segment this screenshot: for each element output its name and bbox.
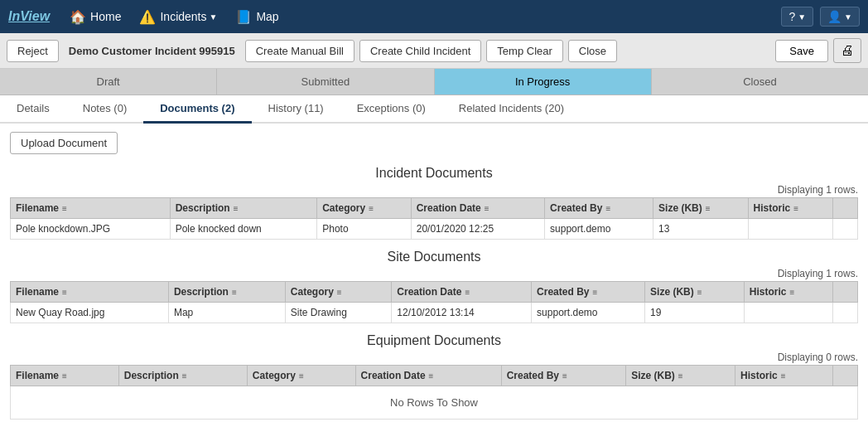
tab-exceptions[interactable]: Exceptions (0) [340,95,442,124]
equipment-documents-section: Equipment Documents Displaying 0 rows. F… [10,333,858,420]
nav-right: ? ▼ 👤 ▼ [781,7,860,27]
sort-icon-desc-2: ≡ [232,288,237,297]
equipment-documents-table: Filename≡ Description≡ Category≡ Creatio… [10,365,858,420]
home-icon: 🏠 [70,9,86,25]
help-dropdown-icon: ▼ [798,12,806,22]
cell-creation-date: 20/01/2020 12:25 [411,219,544,240]
col-actions-1 [833,198,858,219]
sort-icon-cat-1: ≡ [369,204,374,213]
cell-description: Map [168,303,285,323]
cell-filename: New Quay Road.jpg [11,303,169,323]
nav-incidents-label: Incidents [160,10,206,23]
col-description-3[interactable]: Description≡ [118,366,247,386]
incident-documents-table: Filename≡ Description≡ Category≡ Creatio… [10,197,858,240]
sort-icon-desc-3: ≡ [182,371,187,381]
col-category-3[interactable]: Category≡ [247,366,355,386]
cell-category: Photo [317,219,412,240]
sort-icon-desc-1: ≡ [234,204,239,213]
col-filename-3[interactable]: Filename≡ [11,366,119,386]
sort-icon-historic-1: ≡ [793,204,798,213]
nav-incidents[interactable]: ⚠️ Incidents ▼ [133,6,224,28]
sort-icon-historic-2: ≡ [790,288,795,297]
sort-icon-size-2: ≡ [697,288,702,297]
col-actions-2 [833,282,858,303]
table-row: New Quay Road.jpg Map Site Drawing 12/10… [11,303,858,323]
col-historic-1[interactable]: Historic≡ [748,198,832,219]
sort-icon-date-3: ≡ [429,371,434,381]
col-size-3[interactable]: Size (KB)≡ [626,366,735,386]
status-tab-submitted[interactable]: Submitted [217,69,434,95]
tab-notes[interactable]: Notes (0) [66,95,143,124]
user-button[interactable]: 👤 ▼ [820,7,860,27]
col-filename-2[interactable]: Filename≡ [11,282,169,303]
tab-details[interactable]: Details [0,95,66,124]
status-tabs: Draft Submitted In Progress Closed [0,69,868,95]
col-description-1[interactable]: Description≡ [170,198,317,219]
no-rows-row: No Rows To Show [11,386,858,420]
create-manual-bill-button[interactable]: Create Manual Bill [245,40,354,62]
cell-historic [744,303,832,323]
tab-documents[interactable]: Documents (2) [143,95,251,124]
page-tabs: Details Notes (0) Documents (2) History … [0,95,868,124]
print-button[interactable]: 🖨 [833,38,861,63]
tab-related-incidents[interactable]: Related Incidents (20) [442,95,581,124]
table-row: Pole knockdown.JPG Pole knocked down Pho… [11,219,858,240]
nav-home[interactable]: 🏠 Home [63,6,128,28]
col-description-2[interactable]: Description≡ [168,282,285,303]
cell-size: 19 [645,303,745,323]
nav-bar: InView 🏠 Home ⚠️ Incidents ▼ 📘 Map ? ▼ 👤… [0,0,868,33]
close-button[interactable]: Close [568,40,617,62]
user-dropdown-icon: ▼ [844,12,852,22]
cell-creation-date: 12/10/2012 13:14 [392,303,532,323]
toolbar: Reject Demo Customer Incident 995915 Cre… [0,33,868,69]
site-documents-section: Site Documents Displaying 1 rows. Filena… [10,250,858,323]
sort-icon-filename-3: ≡ [62,371,67,381]
equipment-documents-title: Equipment Documents [10,333,858,348]
sort-icon-filename-1: ≡ [62,204,67,213]
nav-map-label: Map [256,10,278,23]
sort-icon-historic-3: ≡ [781,371,786,381]
col-category-1[interactable]: Category≡ [317,198,412,219]
nav-home-label: Home [90,10,121,23]
status-tab-inprogress[interactable]: In Progress [435,69,652,95]
col-size-1[interactable]: Size (KB)≡ [653,198,749,219]
user-icon: 👤 [827,10,841,23]
incident-docs-rows-info: Displaying 1 rows. [10,184,858,196]
sort-icon-by-2: ≡ [592,288,597,297]
nav-map[interactable]: 📘 Map [229,6,285,28]
upload-document-button[interactable]: Upload Document [10,132,118,154]
col-actions-3 [833,366,858,386]
col-creation-date-3[interactable]: Creation Date≡ [355,366,501,386]
help-button[interactable]: ? ▼ [781,7,813,27]
col-historic-3[interactable]: Historic≡ [735,366,833,386]
map-icon: 📘 [235,9,252,25]
col-filename-1[interactable]: Filename≡ [11,198,171,219]
col-created-by-3[interactable]: Created By≡ [501,366,626,386]
help-icon: ? [788,10,795,23]
sort-icon-by-3: ≡ [562,371,567,381]
col-historic-2[interactable]: Historic≡ [744,282,832,303]
app-logo[interactable]: InView [8,9,50,24]
col-creation-date-1[interactable]: Creation Date≡ [411,198,544,219]
cell-description: Pole knocked down [170,219,317,240]
cell-category: Site Drawing [285,303,392,323]
col-created-by-1[interactable]: Created By≡ [545,198,653,219]
sort-icon-cat-2: ≡ [337,288,342,297]
incident-documents-title: Incident Documents [10,166,858,181]
sort-icon-by-1: ≡ [605,204,610,213]
status-tab-closed[interactable]: Closed [652,69,868,95]
reject-button[interactable]: Reject [7,40,59,62]
create-child-incident-button[interactable]: Create Child Incident [359,40,481,62]
incident-documents-section: Incident Documents Displaying 1 rows. Fi… [10,166,858,240]
cell-created-by: support.demo [545,219,653,240]
site-docs-rows-info: Displaying 1 rows. [10,268,858,279]
col-category-2[interactable]: Category≡ [285,282,392,303]
col-creation-date-2[interactable]: Creation Date≡ [392,282,532,303]
tab-history[interactable]: History (11) [252,95,340,124]
sort-icon-filename-2: ≡ [62,288,67,297]
col-size-2[interactable]: Size (KB)≡ [645,282,745,303]
status-tab-draft[interactable]: Draft [0,69,217,95]
col-created-by-2[interactable]: Created By≡ [532,282,645,303]
save-button[interactable]: Save [775,40,828,62]
temp-clear-button[interactable]: Temp Clear [486,40,562,62]
